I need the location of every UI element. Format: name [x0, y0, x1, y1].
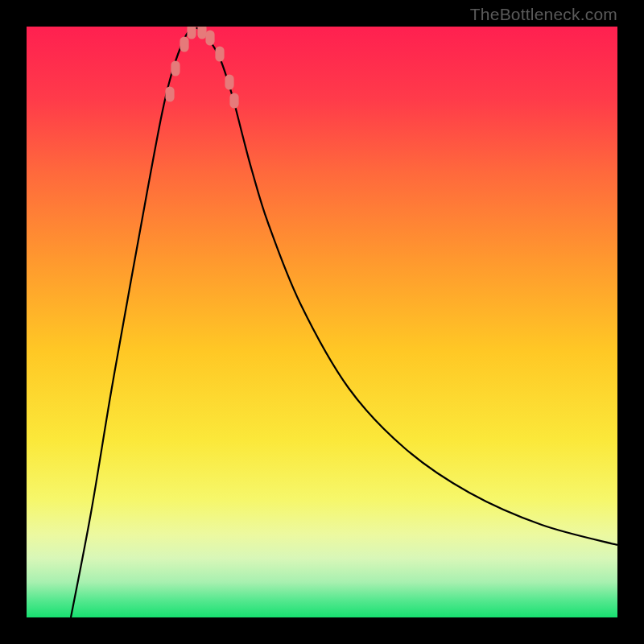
- chart-markers: [165, 27, 238, 109]
- chart-marker: [205, 30, 214, 45]
- chart-marker: [171, 60, 180, 76]
- chart-plot-area: [27, 27, 617, 617]
- watermark-text: TheBottleneck.com: [470, 5, 617, 24]
- chart-marker: [229, 93, 238, 108]
- chart-marker: [187, 27, 196, 39]
- chart-marker: [225, 74, 233, 89]
- bottleneck-curve: [71, 28, 617, 617]
- chart-curve-layer: [27, 27, 617, 617]
- chart-marker: [165, 86, 174, 101]
- chart-marker: [197, 27, 206, 39]
- chart-marker: [215, 46, 224, 61]
- chart-marker: [180, 36, 188, 52]
